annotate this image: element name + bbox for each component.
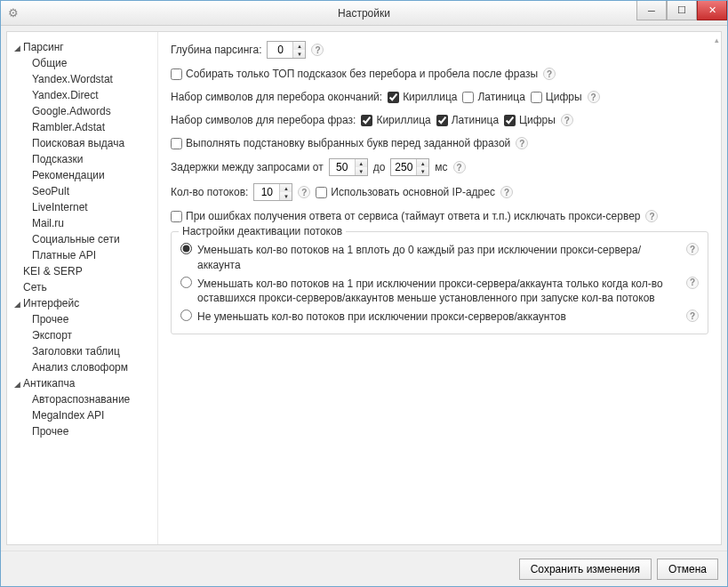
tree-group[interactable]: ◢Парсинг [14,39,154,55]
endings-lat-checkbox[interactable]: Латиница [462,89,524,105]
phrases-dig-checkbox[interactable]: Цифры [504,112,556,128]
tree-group-label[interactable]: Парсинг [23,41,64,53]
prepend-checkbox[interactable]: Выполнять подстановку выбранных букв пер… [171,135,510,151]
delay-unit: мс [435,159,447,175]
phrases-cyr-checkbox[interactable]: Кириллица [361,112,430,128]
settings-panel: ▴ Глубина парсинга: ▲▼ ? Собирать только… [158,32,721,544]
help-icon[interactable]: ? [588,91,600,103]
tree-item[interactable]: Rambler.Adstat [32,119,154,135]
tree-group[interactable]: ◢Интерфейс [14,295,154,311]
delay-to-spinner[interactable]: ▲▼ [390,158,429,176]
close-button[interactable]: ✕ [697,1,727,20]
tree-group-label[interactable]: Антикапча [23,377,75,390]
spin-up-icon[interactable]: ▲ [280,184,292,192]
tree-group-label[interactable]: Сеть [23,281,47,294]
help-icon[interactable]: ? [500,186,513,198]
phrases-charset-label: Набор символов для перебора фраз: [171,112,356,128]
titlebar: ⚙ Настройки ─ ☐ ✕ [1,1,727,26]
delay-from-input[interactable] [330,159,355,175]
help-icon[interactable]: ? [686,310,699,322]
tree-item[interactable]: Yandex.Wordstat [32,71,154,87]
top-only-checkbox[interactable]: Собирать только ТОП подсказок без перебо… [171,66,538,82]
tree-item[interactable]: Анализ словоформ [32,359,154,375]
help-icon[interactable]: ? [453,161,466,173]
spin-up-icon[interactable]: ▲ [356,159,367,167]
tree-group-label[interactable]: Интерфейс [23,297,79,310]
phrases-lat-checkbox[interactable]: Латиница [436,112,499,128]
deact-opt3-radio[interactable] [180,310,192,321]
threads-input[interactable] [254,184,279,200]
tree-item[interactable]: Прочее [32,311,154,327]
tree-item[interactable]: SeoPult [32,183,154,199]
tree-item[interactable]: Рекомендации [32,167,154,183]
deact-opt2-label: Уменьшать кол-во потоков на 1 при исключ… [197,277,681,307]
deactivation-legend: Настройки деактивации потоков [179,225,346,237]
tree-item[interactable]: Общие [32,55,154,71]
tree-item[interactable]: Подсказки [32,151,154,167]
deact-opt3-label: Не уменьшать кол-во потоков при исключен… [197,310,681,325]
depth-input[interactable] [268,42,292,58]
spin-up-icon[interactable]: ▲ [293,42,305,50]
dialog-footer: Сохранить изменения Отмена [1,551,727,586]
threads-label: Кол-во потоков: [171,184,248,200]
save-button[interactable]: Сохранить изменения [519,559,652,580]
spin-down-icon[interactable]: ▼ [280,192,292,200]
tree-item[interactable]: Mail.ru [32,215,154,231]
help-icon[interactable]: ? [516,137,528,149]
help-icon[interactable]: ? [645,210,658,222]
tree-group[interactable]: ◢Антикапча [14,375,154,391]
tree-item[interactable]: LiveInternet [32,199,154,215]
tree-item[interactable]: Платные API [32,247,154,263]
spin-down-icon[interactable]: ▼ [356,167,367,175]
tree-item[interactable]: Социальные сети [32,231,154,247]
cancel-button[interactable]: Отмена [657,559,718,580]
help-icon[interactable]: ? [561,114,573,126]
main-ip-checkbox[interactable]: Использовать основной IP-адрес [316,184,495,200]
tree-item[interactable]: Прочее [32,423,154,439]
depth-label: Глубина парсинга: [171,42,261,58]
endings-dig-checkbox[interactable]: Цифры [531,89,582,105]
minimize-button[interactable]: ─ [636,1,667,20]
help-icon[interactable]: ? [311,44,324,56]
proxy-exclude-checkbox[interactable]: При ошибках получения ответа от сервиса … [171,208,640,224]
help-icon[interactable]: ? [686,243,699,255]
delay-to-label: до [373,159,386,175]
content-area: ◢ПарсингОбщиеYandex.WordstatYandex.Direc… [6,31,722,545]
scroll-up-icon[interactable]: ▴ [715,36,719,44]
tree-item[interactable]: Заголовки таблиц [32,343,154,359]
spin-up-icon[interactable]: ▲ [417,159,428,167]
spin-down-icon[interactable]: ▼ [417,167,428,175]
caret-down-icon[interactable]: ◢ [14,43,23,55]
deact-opt2-radio[interactable] [180,277,192,288]
tree-item[interactable]: Автораспознавание [32,391,154,407]
tree-group[interactable]: KEI & SERP [14,263,154,279]
threads-spinner[interactable]: ▲▼ [253,183,292,201]
caret-down-icon[interactable]: ◢ [14,299,23,311]
tree-group[interactable]: Сеть [14,279,154,295]
sidebar-tree[interactable]: ◢ПарсингОбщиеYandex.WordstatYandex.Direc… [7,32,158,544]
deact-opt1-label: Уменьшать кол-во потоков на 1 вплоть до … [197,243,681,273]
gear-icon: ⚙ [8,6,19,20]
endings-cyr-checkbox[interactable]: Кириллица [388,89,457,105]
delay-from-spinner[interactable]: ▲▼ [329,158,368,176]
tree-item[interactable]: Экспорт [32,327,154,343]
help-icon[interactable]: ? [686,277,699,289]
maximize-button[interactable]: ☐ [667,1,697,20]
tree-item[interactable]: Google.Adwords [32,103,154,119]
deact-opt1-radio[interactable] [180,243,192,254]
delay-to-input[interactable] [391,159,416,175]
spin-down-icon[interactable]: ▼ [293,50,305,58]
tree-item[interactable]: Поисковая выдача [32,135,154,151]
window-title: Настройки [1,7,727,20]
deactivation-groupbox: Настройки деактивации потоков Уменьшать … [171,231,708,334]
depth-spinner[interactable]: ▲▼ [267,41,306,59]
caret-down-icon[interactable]: ◢ [14,379,23,391]
tree-item[interactable]: Yandex.Direct [32,87,154,103]
endings-charset-label: Набор символов для перебора окончаний: [171,89,382,105]
window-buttons: ─ ☐ ✕ [636,1,727,20]
tree-item[interactable]: MegaIndex API [32,407,154,423]
help-icon[interactable]: ? [298,186,310,198]
help-icon[interactable]: ? [543,68,556,80]
delay-from-label: Задержки между запросами от [171,159,324,175]
tree-group-label[interactable]: KEI & SERP [23,265,83,277]
